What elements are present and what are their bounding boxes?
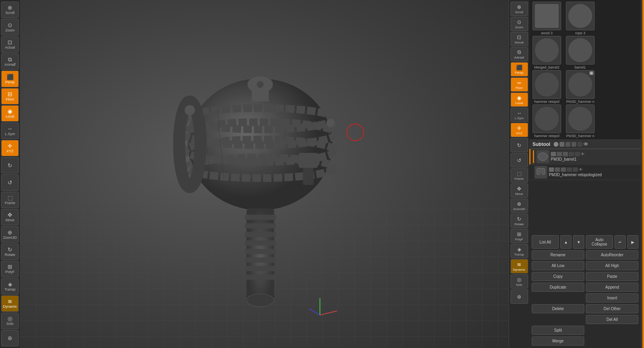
subtool-item-barrel1[interactable]: 👁 PM3D_barrel1 (529, 149, 641, 165)
tool-move[interactable]: ✥ Move (1, 209, 19, 225)
tool-rotate1[interactable]: ↻ (1, 157, 19, 173)
palette-polyfill[interactable]: ⊞ PolyF (511, 229, 528, 243)
palette-r1[interactable]: ↻ (511, 138, 528, 152)
tool-polyfill[interactable]: ⊞ PolyF (1, 261, 19, 277)
subtool-item-hammer[interactable]: 👁 PM3D_hammer retopologized (529, 165, 641, 180)
asset-mergedbarrel[interactable]: Merged_barrel2 (531, 36, 563, 69)
palette-zoom[interactable]: ⊙ Zoom (511, 17, 528, 31)
scroll-icon: ⊕ (8, 5, 12, 10)
btn-all-high[interactable]: All High (586, 261, 638, 270)
btn-autoreorder[interactable]: AutoReorder (586, 250, 638, 260)
local-icon: ◉ (8, 108, 12, 114)
btn-split[interactable]: Split (532, 326, 584, 335)
palette-persp[interactable]: ⬛ Persp (511, 62, 528, 77)
btn-paste[interactable]: Paste (586, 272, 638, 281)
asset-browser: wood 3 rope 3 Merged_barrel2 (529, 0, 641, 140)
palette-rotate[interactable]: ↻ Rotate (511, 214, 528, 228)
tool-dynamic[interactable]: ≋ Dynamic (1, 295, 19, 312)
palette-scroll-label: Scroll (515, 10, 523, 14)
svg-point-22 (326, 118, 335, 127)
tool-lsym[interactable]: ↔ L.Sym (1, 122, 19, 139)
btn-delete[interactable]: Delete (532, 304, 584, 313)
btn-list-down[interactable]: ▼ (573, 235, 584, 249)
asset-hammerretopo[interactable]: hammer retopol (531, 70, 563, 104)
viewport[interactable] (20, 0, 509, 348)
tool-frame[interactable]: ⬚ Frame (1, 192, 19, 208)
tool-solo[interactable]: ◎ Solo (1, 313, 19, 329)
vis-icon-5 (575, 152, 580, 156)
btn-collapse-arrow[interactable]: ↵ (615, 235, 626, 249)
svg-line-25 (320, 311, 337, 315)
rotate-icon: ↻ (8, 247, 12, 252)
tool-transp[interactable]: ◈ Transp (1, 278, 19, 295)
subtool-list[interactable]: 👁 PM3D_barrel1 (529, 149, 641, 233)
tool-floor[interactable]: ⊟ Floor (1, 88, 19, 104)
btn-del-other[interactable]: Del Other (586, 304, 638, 313)
tool-local[interactable]: ◉ Local (1, 105, 19, 122)
rotate1-icon: ↻ (8, 163, 12, 168)
btn-all-low[interactable]: All Low (532, 261, 584, 270)
svg-point-17 (247, 294, 274, 307)
tool-local-label: Local (6, 114, 14, 118)
btn-list-all[interactable]: List All (532, 235, 559, 249)
asset-pm3dhammer3[interactable]: PM3D_hammer n (564, 104, 596, 138)
asset-badge-pm3dhammer2: 2 (589, 71, 593, 75)
palette-lsym[interactable]: ↔ L.Sym (511, 108, 528, 122)
palette-frame[interactable]: ⬚ Frame (511, 168, 528, 183)
btn-collapse-arr2[interactable]: ▶ (627, 235, 638, 249)
asset-barrel1[interactable]: barrel1 (564, 36, 596, 69)
subtool-name-barrel1: PM3D_barrel1 (551, 157, 638, 161)
palette-aahalf[interactable]: ⧉ AAHalf (511, 47, 528, 61)
tool-zoom3d[interactable]: ⊕ Zoom3D (1, 226, 19, 242)
btn-row-delete: Delete Del Other (532, 304, 638, 313)
palette-solo[interactable]: ◎ Solo (511, 274, 528, 289)
tool-rotate2[interactable]: ↺ (1, 174, 19, 191)
palette-xyz[interactable]: ✛ XYZ (511, 123, 528, 137)
palette-scroll[interactable]: ⊕ Scroll (511, 2, 528, 16)
palette-morph[interactable]: ⊛ (511, 289, 528, 304)
asset-row-4: hammer retopol PM3D_hammer n (531, 104, 596, 138)
tool-zoom-label: Zoom (5, 28, 14, 32)
svg-rect-18 (298, 153, 317, 168)
palette-rotate-icon: ↻ (517, 216, 521, 222)
asset-label-hammerretopo2: hammer retopol (534, 134, 559, 138)
tool-xyz-label: XYZ (6, 149, 14, 153)
palette-r2[interactable]: ↺ (511, 153, 528, 167)
btn-merge[interactable]: Merge (532, 336, 584, 346)
btn-append[interactable]: Append (586, 283, 638, 292)
bottom-buttons: List All ▲ ▼ Auto Collapse ↵ ▶ Rename Au… (529, 233, 641, 348)
btn-copy[interactable]: Copy (532, 272, 584, 281)
palette-transp[interactable]: ◈ Transp (511, 244, 528, 258)
tool-aahalf[interactable]: ⧉ AAHalf (1, 53, 19, 70)
btn-row-merge: Merge (532, 336, 638, 346)
tool-rotate[interactable]: ↻ Rotate (1, 244, 19, 260)
btn-auto-collapse[interactable]: Auto Collapse (586, 235, 613, 249)
asset-hammerretopo2[interactable]: hammer retopol (531, 104, 563, 138)
tool-actual[interactable]: ⊡ Actual (1, 36, 19, 53)
palette-move-label: Move (515, 192, 523, 196)
asset-wood3[interactable]: wood 3 (531, 2, 563, 35)
palette-move[interactable]: ✥ Move (511, 183, 528, 198)
tool-dynamic-label: Dynamic (3, 305, 17, 309)
palette-floor[interactable]: ═ Floor (511, 77, 528, 92)
btn-list-up[interactable]: ▲ (560, 235, 572, 249)
palette-actual[interactable]: ⊡ Actual (511, 32, 528, 46)
btn-duplicate[interactable]: Duplicate (532, 283, 584, 292)
vis-eye-2: 👁 (579, 167, 583, 172)
palette-local[interactable]: ◉ Local (511, 92, 528, 107)
vis-icon-3 (563, 152, 568, 156)
tool-zoom[interactable]: ⊙ Zoom (1, 19, 19, 35)
tool-scroll[interactable]: ⊕ Scroll (1, 2, 19, 18)
btn-del-all[interactable]: Del All (586, 315, 638, 324)
tool-persp[interactable]: ⬛ Persp (1, 71, 19, 87)
btn-rename[interactable]: Rename (532, 250, 584, 260)
vis-icon-2 (557, 152, 562, 156)
palette-zoom3d[interactable]: ⊕ Zoom3D (511, 199, 528, 213)
asset-pm3dhammer2[interactable]: 2 PM3D_hammer n (564, 70, 596, 104)
palette-dynamic[interactable]: ≋ Dynamic (511, 259, 528, 273)
tool-extra[interactable]: ⊛ (1, 330, 19, 346)
asset-rope3[interactable]: rope 3 (564, 2, 596, 35)
btn-insert[interactable]: Insert (586, 293, 638, 303)
asset-thumb-pm3dhammer2: 2 (566, 70, 595, 99)
tool-xyz[interactable]: ✛ XYZ (1, 140, 19, 156)
